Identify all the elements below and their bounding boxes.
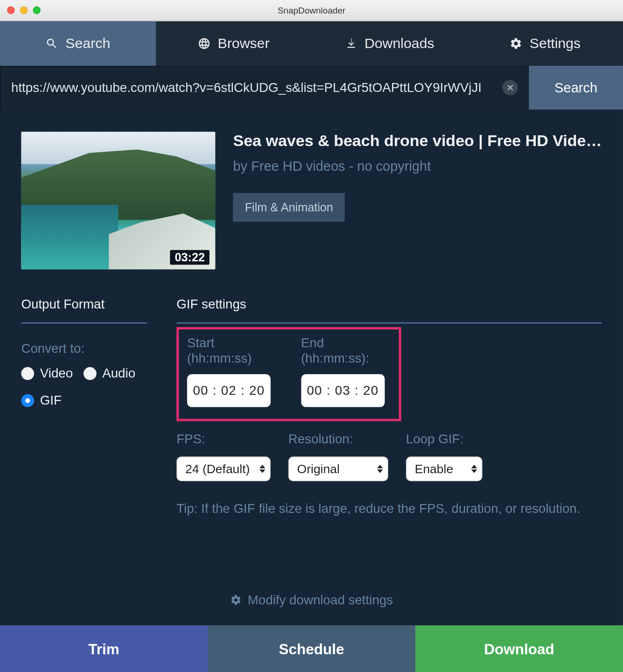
radio-gif-label: GIF	[40, 393, 62, 408]
video-title: Sea waves & beach drone video | Free HD …	[233, 132, 602, 150]
time-highlight-box: Start (hh:mm:ss) 00 : 02 : 20 End (hh:mm…	[176, 327, 401, 421]
radio-video-label: Video	[40, 366, 73, 381]
loop-label: Loop GIF:	[406, 432, 483, 447]
tab-browser-label: Browser	[218, 35, 270, 52]
radio-audio[interactable]: Audio	[84, 366, 135, 381]
tab-search[interactable]: Search	[0, 21, 156, 66]
start-time-input[interactable]: 00 : 02 : 20	[187, 374, 271, 407]
updown-icon	[259, 465, 266, 473]
resolution-select[interactable]: Original	[288, 456, 388, 481]
trim-button[interactable]: Trim	[0, 625, 208, 672]
output-format-header: Output Format	[21, 296, 147, 323]
loop-select[interactable]: Enable	[406, 456, 483, 481]
video-thumbnail[interactable]: 03:22	[21, 132, 215, 269]
resolution-label: Resolution:	[288, 432, 388, 447]
end-time-input[interactable]: 00 : 03 : 20	[301, 374, 385, 407]
fps-label: FPS:	[176, 432, 271, 447]
video-category: Film & Animation	[233, 193, 345, 222]
duration-badge: 03:22	[170, 250, 210, 265]
download-button[interactable]: Download	[415, 625, 623, 672]
loop-value: Enable	[415, 462, 453, 476]
tip-text: Tip: If the GIF file size is large, redu…	[176, 501, 602, 517]
start-time-label: Start (hh:mm:ss)	[187, 336, 278, 366]
radio-audio-label: Audio	[102, 366, 135, 381]
tab-search-label: Search	[65, 35, 110, 52]
gear-icon	[510, 37, 523, 50]
tab-settings[interactable]: Settings	[467, 21, 623, 66]
window-title: SnapDownloader	[0, 5, 623, 15]
titlebar: SnapDownloader	[0, 0, 623, 21]
maximize-window-button[interactable]	[33, 7, 41, 14]
fps-value: 24 (Default)	[185, 462, 250, 476]
resolution-value: Original	[297, 462, 340, 476]
convert-to-label: Convert to:	[21, 341, 147, 357]
tab-downloads-label: Downloads	[364, 35, 434, 52]
radio-video[interactable]: Video	[21, 366, 73, 381]
minimize-window-button[interactable]	[20, 7, 28, 14]
url-input-wrapper: ✕	[0, 66, 529, 109]
updown-icon	[377, 465, 383, 473]
gif-settings-header: GIF settings	[176, 296, 602, 323]
download-icon	[344, 37, 357, 50]
url-input[interactable]	[11, 80, 503, 95]
tab-settings-label: Settings	[530, 35, 581, 52]
close-window-button[interactable]	[7, 7, 14, 14]
clear-icon[interactable]: ✕	[503, 80, 518, 95]
search-icon	[45, 37, 58, 50]
updown-icon	[471, 465, 477, 473]
fps-select[interactable]: 24 (Default)	[176, 456, 271, 481]
radio-gif[interactable]: GIF	[21, 393, 62, 408]
gear-icon	[230, 594, 242, 606]
tab-downloads[interactable]: Downloads	[311, 21, 467, 66]
modify-download-label: Modify download settings	[248, 592, 393, 608]
search-button[interactable]: Search	[529, 66, 623, 109]
video-author: by Free HD videos - no copyright	[233, 158, 602, 174]
schedule-button[interactable]: Schedule	[208, 625, 415, 672]
globe-icon	[198, 37, 211, 50]
tab-browser[interactable]: Browser	[156, 21, 312, 66]
end-time-label: End (hh:mm:ss):	[301, 336, 391, 366]
modify-download-settings[interactable]: Modify download settings	[21, 592, 602, 625]
